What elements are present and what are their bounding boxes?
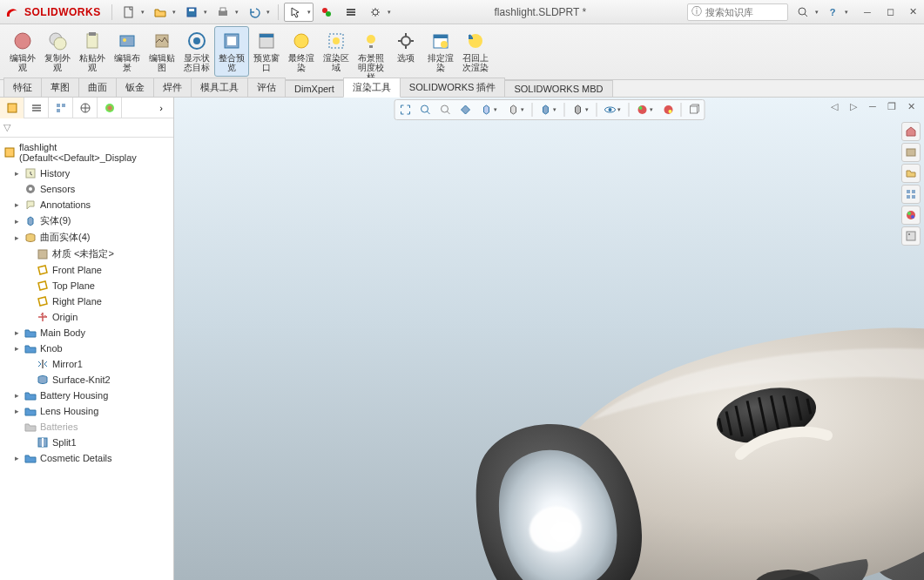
display-style-button[interactable] <box>502 101 529 118</box>
file-explorer-button[interactable] <box>901 164 921 183</box>
tree-item[interactable]: ▸Main Body <box>0 325 173 341</box>
knowledge-search[interactable]: ⓘ <box>687 3 788 21</box>
apply-scene-button[interactable] <box>631 101 658 118</box>
view-settings-button[interactable] <box>599 101 625 118</box>
tab-dimxpert[interactable]: DimXpert <box>285 80 344 97</box>
tree-item[interactable]: ▸Knob <box>0 341 173 356</box>
zoom-fit-button[interactable] <box>395 101 415 118</box>
display-manager-tab[interactable] <box>98 98 122 118</box>
graphics-viewport[interactable]: ◁ ▷ ─ ❐ ✕ <box>174 98 924 580</box>
filter-icon[interactable]: ▽ <box>3 122 10 133</box>
dimxpert-manager-tab[interactable] <box>73 98 98 118</box>
expand-panel-button[interactable]: › <box>149 98 173 118</box>
tab-sw-addins[interactable]: SOLIDWORKS 插件 <box>400 78 506 97</box>
tab-evaluate[interactable]: 评估 <box>247 78 286 97</box>
tab-sw-mbd[interactable]: SOLIDWORKS MBD <box>504 80 612 97</box>
tab-weldments[interactable]: 焊件 <box>153 78 192 97</box>
doc-minimize-button[interactable]: ─ <box>865 99 880 113</box>
tab-sketch[interactable]: 草图 <box>41 78 79 97</box>
tree-item[interactable]: Split1 <box>0 435 173 450</box>
tab-render-tools[interactable]: 渲染工具 <box>343 78 401 98</box>
expand-icon[interactable]: ▸ <box>12 407 21 415</box>
tab-surfaces[interactable]: 曲面 <box>78 78 117 97</box>
ribbon-integrated-preview-button[interactable]: 整合预览 <box>214 26 249 77</box>
view-cube-button[interactable] <box>684 101 703 118</box>
doc-restore-button[interactable]: ❐ <box>884 99 900 113</box>
doc-next-button[interactable]: ▷ <box>846 99 861 113</box>
ribbon-scene-illumination-button[interactable]: 布景照明度校样 <box>354 26 388 77</box>
expand-icon[interactable]: ▸ <box>12 217 21 226</box>
open-file-button[interactable] <box>149 3 179 22</box>
minimize-button[interactable]: ─ <box>860 4 875 20</box>
ribbon-paste-appearance-button[interactable]: 粘贴外观 <box>75 26 110 77</box>
ribbon-edit-appearance-button[interactable]: 编辑外观 <box>5 26 40 77</box>
hide-show-button[interactable] <box>535 101 561 118</box>
expand-icon[interactable]: ▸ <box>12 233 21 242</box>
help-button[interactable]: ? <box>821 3 851 22</box>
edit-appearance-button[interactable] <box>567 101 593 118</box>
tree-root-item[interactable]: flashlight (Default<<Default>_Display <box>0 139 173 165</box>
tree-item[interactable]: Sensors <box>0 181 173 197</box>
zoom-area-button[interactable] <box>415 101 435 118</box>
tree-item[interactable]: Surface-Knit2 <box>0 372 173 388</box>
tree-item[interactable]: ▸Annotations <box>0 197 173 212</box>
configuration-manager-tab[interactable] <box>49 98 73 118</box>
tab-features[interactable]: 特征 <box>3 78 42 97</box>
tree-item[interactable]: Origin <box>0 309 173 325</box>
doc-prev-button[interactable]: ◁ <box>826 99 842 113</box>
new-file-button[interactable] <box>118 3 147 22</box>
section-view-button[interactable] <box>455 101 475 118</box>
rebuild-button[interactable] <box>315 3 338 22</box>
ribbon-recall-last-button[interactable]: 召回上次渲染 <box>458 26 493 77</box>
ribbon-edit-scene-button[interactable]: 编辑布景 <box>110 26 145 77</box>
view-palette-button[interactable] <box>901 185 921 204</box>
expand-icon[interactable]: ▸ <box>12 169 21 178</box>
maximize-button[interactable]: ◻ <box>882 4 898 20</box>
settings-button[interactable] <box>364 3 394 22</box>
property-manager-tab[interactable] <box>24 98 49 118</box>
ribbon-schedule-render-button[interactable]: 排定渲染 <box>423 26 458 77</box>
search-input[interactable] <box>705 7 784 17</box>
tree-item[interactable]: Top Plane <box>0 278 173 293</box>
print-button[interactable] <box>212 3 241 22</box>
ribbon-edit-decal-button[interactable]: 编辑贴图 <box>145 26 179 77</box>
tree-item[interactable]: 材质 <未指定> <box>0 246 173 262</box>
design-library-button[interactable] <box>901 143 921 162</box>
tree-item[interactable]: Right Plane <box>0 293 173 309</box>
appearances-button[interactable] <box>901 206 921 225</box>
tree-item[interactable]: ▸Battery Housing <box>0 388 173 403</box>
tree-item[interactable]: Batteries <box>0 419 173 435</box>
expand-icon[interactable]: ▸ <box>12 328 21 337</box>
doc-close-button[interactable]: ✕ <box>903 99 919 113</box>
save-button[interactable] <box>180 3 210 22</box>
select-button[interactable] <box>284 3 314 22</box>
tree-item[interactable]: Front Plane <box>0 262 173 278</box>
feature-manager-tab[interactable] <box>0 98 24 118</box>
tree-item[interactable]: ▸Cosmetic Details <box>0 450 173 466</box>
expand-icon[interactable]: ▸ <box>12 200 21 209</box>
view-orientation-button[interactable] <box>475 101 502 118</box>
previous-view-button[interactable] <box>435 101 455 118</box>
close-button[interactable]: ✕ <box>905 4 921 20</box>
tab-mold-tools[interactable]: 模具工具 <box>191 78 248 97</box>
ribbon-final-render-button[interactable]: 最终渲染 <box>284 26 319 77</box>
solidworks-resources-button[interactable] <box>901 122 921 141</box>
ribbon-display-state-target-button[interactable]: 显示状态目标 <box>179 26 214 77</box>
tab-sheet-metal[interactable]: 钣金 <box>116 78 154 97</box>
tree-item[interactable]: ▸History <box>0 165 173 181</box>
tree-item[interactable]: ▸曲面实体(4) <box>0 229 173 246</box>
expand-icon[interactable]: ▸ <box>12 344 21 353</box>
expand-icon[interactable]: ▸ <box>12 391 21 400</box>
tree-item[interactable]: ▸实体(9) <box>0 212 173 229</box>
search-submit-button[interactable] <box>792 3 821 22</box>
ribbon-preview-window-button[interactable]: 预览窗口 <box>249 26 284 77</box>
undo-button[interactable] <box>243 3 273 22</box>
options-list-button[interactable] <box>340 3 362 22</box>
ribbon-render-region-button[interactable]: 渲染区域 <box>319 26 354 77</box>
custom-properties-button[interactable] <box>901 226 921 246</box>
tree-item[interactable]: ▸Lens Housing <box>0 403 173 419</box>
ribbon-copy-appearance-button[interactable]: 复制外观 <box>40 26 75 77</box>
expand-icon[interactable]: ▸ <box>12 454 21 462</box>
tree-item[interactable]: Mirror1 <box>0 356 173 372</box>
ribbon-options-button[interactable]: 选项 <box>388 26 423 77</box>
